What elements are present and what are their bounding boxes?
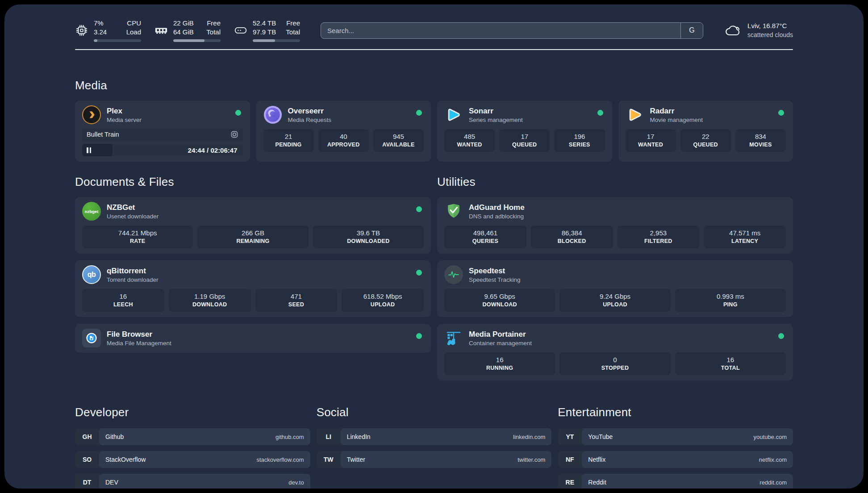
stat-total: 16 TOTAL (675, 352, 786, 375)
playback-progress-bar[interactable]: 24:44 / 02:06:47 (82, 144, 243, 156)
stat-ping: 0.993 ms PING (675, 289, 786, 312)
section-title-utilities: Utilities (437, 175, 793, 189)
status-dot (597, 110, 603, 116)
app-title: Media Portainer (469, 330, 532, 339)
stat-blocked: 86,384 BLOCKED (531, 226, 613, 248)
app-title: File Browser (107, 330, 171, 339)
section-title-entertainment: Entertainment (558, 405, 793, 419)
app-subtitle: Movie management (650, 117, 703, 123)
app-subtitle: Media server (107, 117, 142, 123)
storage-labels: FreeTotal (286, 19, 300, 37)
stat-filtered: 2,953 FILTERED (618, 226, 700, 248)
stat-download: 1.19 Gbps DOWNLOAD (169, 289, 251, 312)
app-subtitle: Media Requests (288, 117, 332, 123)
stat-rate: 744.21 Mbps RATE (82, 226, 193, 248)
overseerr-icon (263, 105, 282, 124)
status-dot (778, 333, 784, 339)
status-dot (778, 110, 784, 116)
storage-progress-bar (253, 39, 300, 42)
app-subtitle: Torrent downloader (107, 276, 159, 283)
bookmark-dev[interactable]: DT DEV dev.to (75, 474, 310, 489)
stat-wanted: 17 WANTED (626, 129, 676, 152)
cpu-values: 7%3.24 (94, 19, 107, 37)
cpu-labels: CPULoad (126, 19, 141, 37)
stat-available: 945 AVAILABLE (373, 129, 424, 152)
app-card-plex[interactable]: Plex Media server Bullet Train (75, 100, 250, 162)
stat-queued: 22 QUEUED (680, 129, 731, 152)
filebrowser-icon (82, 329, 101, 347)
memory-values: 22 GiB64 GiB (173, 19, 194, 37)
dashboard-page: 7%3.24 CPULoad (4, 4, 864, 489)
weather-condition: scattered clouds (747, 31, 793, 39)
app-title: Speedtest (469, 267, 521, 276)
bookmark-linkedin[interactable]: LI LinkedIn linkedin.com (317, 428, 552, 445)
search-engine-button[interactable]: G (680, 23, 703, 38)
stat-seed: 471 SEED (255, 289, 338, 312)
app-subtitle: Container management (469, 340, 532, 347)
bookmarks-grid: Developer GH Github github.com SO StackO… (75, 405, 793, 489)
app-card-sonarr[interactable]: Sonarr Series management 485 WANTED 17 Q… (437, 100, 612, 162)
stat-stopped: 0 STOPPED (559, 352, 670, 375)
app-card-overseerr[interactable]: Overseerr Media Requests 21 PENDING 40 A… (256, 100, 431, 162)
status-dot (416, 333, 422, 339)
app-subtitle: Usenet downloader (107, 213, 159, 220)
stat-pending: 21 PENDING (263, 129, 314, 152)
status-dot (416, 270, 422, 276)
memory-metric: 22 GiB64 GiB FreeTotal (154, 19, 221, 42)
ram-icon (154, 24, 168, 37)
status-dot (416, 110, 422, 116)
app-card-filebrowser[interactable]: File Browser Media File Management (75, 324, 431, 353)
bookmark-youtube[interactable]: YT YouTube youtube.com (558, 428, 793, 445)
bookmark-section-entertainment: Entertainment YT YouTube youtube.com NF … (558, 405, 793, 489)
storage-values: 52.4 TB97.9 TB (253, 19, 276, 37)
section-title-media: Media (75, 79, 793, 92)
weather-widget: Lviv, 16.87°C scattered clouds (724, 21, 793, 39)
section-title-developer: Developer (75, 405, 310, 419)
app-card-speedtest[interactable]: Speedtest Speedtest Tracking 9.65 Gbps D… (437, 260, 793, 317)
sonarr-icon (444, 105, 463, 124)
now-playing-row: Bullet Train (82, 128, 243, 141)
header-divider (75, 49, 793, 50)
stat-remaining: 266 GB REMAINING (197, 226, 308, 248)
portainer-icon (444, 329, 463, 347)
qbittorrent-icon: qb (82, 265, 101, 284)
stat-queued: 17 QUEUED (499, 129, 550, 152)
bookmark-github[interactable]: GH Github github.com (75, 428, 310, 445)
bookmark-netflix[interactable]: NF Netflix netflix.com (558, 451, 793, 468)
bookmark-stackoverflow[interactable]: SO StackOverflow stackoverflow.com (75, 451, 310, 468)
disk-icon (234, 24, 247, 37)
cpu-progress-bar (94, 39, 141, 42)
now-playing-title: Bullet Train (87, 131, 119, 138)
stat-upload: 9.24 Gbps UPLOAD (559, 289, 670, 312)
pause-icon[interactable] (87, 147, 91, 153)
weather-location: Lviv, 16.87°C (747, 21, 793, 30)
app-card-adguard[interactable]: AdGuard Home DNS and adblocking 498,461 … (437, 197, 793, 254)
app-card-radarr[interactable]: Radarr Movie management 17 WANTED 22 QUE… (618, 100, 793, 162)
search-input[interactable] (321, 23, 680, 38)
cast-icon[interactable] (230, 130, 238, 138)
app-title: Plex (107, 107, 142, 116)
app-card-portainer[interactable]: Media Portainer Container management 16 … (437, 324, 793, 380)
storage-metric: 52.4 TB97.9 TB FreeTotal (234, 19, 300, 42)
app-title: NZBGet (107, 203, 159, 212)
cpu-icon (75, 24, 88, 37)
bookmark-section-developer: Developer GH Github github.com SO StackO… (75, 405, 310, 489)
bookmark-reddit[interactable]: RE Reddit reddit.com (558, 474, 793, 489)
cpu-metric: 7%3.24 CPULoad (75, 19, 141, 42)
search-bar: G (321, 22, 703, 39)
status-dot (416, 206, 422, 212)
plex-icon (82, 105, 101, 124)
stat-latency: 47.571 ms LATENCY (704, 226, 786, 248)
dashboard-content: 7%3.24 CPULoad (4, 4, 864, 489)
stat-download: 9.65 Gbps DOWNLOAD (444, 289, 555, 312)
middle-columns: Documents & Files nzbget NZBGet Usenet d… (75, 175, 793, 380)
nzbget-icon: nzbget (82, 202, 101, 221)
app-card-nzbget[interactable]: nzbget NZBGet Usenet downloader 744.21 M… (75, 197, 431, 254)
system-metrics: 7%3.24 CPULoad (75, 19, 300, 42)
app-card-qbittorrent[interactable]: qb qBittorrent Torrent downloader 16 LEE… (75, 260, 431, 317)
bookmark-twitter[interactable]: TW Twitter twitter.com (317, 451, 552, 468)
app-subtitle: DNS and adblocking (469, 213, 525, 220)
app-subtitle: Speedtest Tracking (469, 276, 521, 283)
stat-series: 196 SERIES (554, 129, 605, 152)
stat-leech: 16 LEECH (82, 289, 164, 312)
